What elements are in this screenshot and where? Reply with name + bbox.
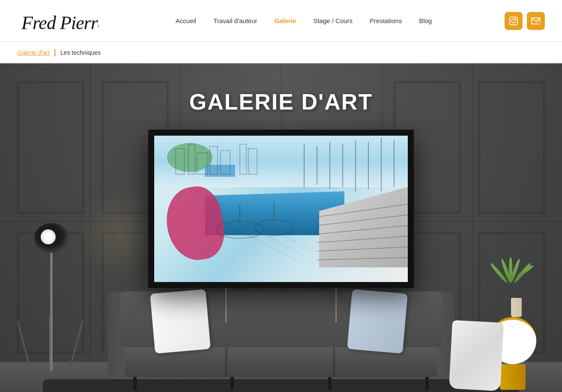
nav-item-galerie[interactable]: Galerie bbox=[275, 17, 296, 24]
breadcrumb: Galerie d'art | Les techniques bbox=[0, 42, 562, 63]
artwork-frame bbox=[148, 130, 414, 288]
side-table-stem bbox=[500, 364, 526, 390]
svg-rect-1 bbox=[510, 17, 517, 24]
nav-item-stage[interactable]: Stage / Cours bbox=[313, 17, 353, 24]
logo-text: Fred Pierrat bbox=[17, 19, 99, 37]
svg-rect-18 bbox=[210, 146, 218, 174]
artwork-inner bbox=[154, 136, 408, 282]
sofa-leg-1 bbox=[133, 377, 137, 390]
sofa-legs bbox=[120, 377, 442, 390]
nav-item-travail[interactable]: Travail d'auteur bbox=[213, 17, 257, 24]
floor-lamp bbox=[26, 223, 60, 371]
hero-title: GALERIE D'ART bbox=[0, 89, 562, 115]
svg-line-29 bbox=[317, 236, 408, 243]
throw-blanket bbox=[449, 320, 504, 391]
svg-line-26 bbox=[317, 204, 408, 217]
logo[interactable]: Fred Pierrat bbox=[17, 6, 103, 36]
svg-line-33 bbox=[188, 204, 296, 260]
svg-point-3 bbox=[515, 18, 517, 19]
main-nav: Accueil Travail d'auteur Galerie Stage /… bbox=[103, 17, 505, 24]
contact-button[interactable]: ✓ bbox=[527, 12, 545, 30]
pillow-white bbox=[150, 289, 211, 354]
svg-rect-21 bbox=[248, 148, 257, 174]
svg-rect-16 bbox=[188, 144, 195, 174]
svg-line-30 bbox=[317, 247, 408, 251]
instagram-button[interactable] bbox=[505, 12, 523, 30]
sofa-cushion-2 bbox=[229, 347, 335, 377]
svg-rect-19 bbox=[221, 151, 230, 174]
svg-rect-20 bbox=[240, 144, 246, 174]
nav-item-blog[interactable]: Blog bbox=[419, 17, 432, 24]
svg-text:✓: ✓ bbox=[537, 22, 539, 25]
svg-rect-15 bbox=[176, 148, 184, 174]
nav-item-prestations[interactable]: Prestations bbox=[370, 17, 402, 24]
sofa-leg-3 bbox=[328, 377, 332, 390]
svg-line-28 bbox=[317, 226, 408, 234]
plant-leaves bbox=[493, 257, 528, 300]
pillow-blue bbox=[347, 289, 408, 354]
svg-point-22 bbox=[216, 221, 263, 238]
breadcrumb-current: Les techniques bbox=[60, 49, 101, 56]
decorative-plant bbox=[505, 257, 528, 317]
sofa-leg-4 bbox=[425, 377, 429, 390]
svg-text:Fred Pierrat: Fred Pierrat bbox=[21, 12, 99, 33]
breadcrumb-parent-link[interactable]: Galerie d'art bbox=[17, 49, 50, 56]
stand-leg-left bbox=[225, 288, 227, 322]
lamp-head bbox=[34, 223, 69, 253]
svg-line-32 bbox=[197, 200, 304, 255]
lamp-base-middle bbox=[49, 315, 51, 371]
nav-item-accueil[interactable]: Accueil bbox=[176, 17, 196, 24]
svg-line-34 bbox=[206, 196, 313, 251]
svg-line-27 bbox=[317, 215, 408, 226]
svg-point-2 bbox=[511, 19, 515, 23]
plant-vase bbox=[511, 298, 522, 317]
stand-leg-right bbox=[335, 288, 337, 322]
hero-section: GALERIE D'ART bbox=[0, 63, 562, 392]
header: Fred Pierrat Accueil Travail d'auteur Ga… bbox=[0, 0, 562, 42]
sofa-leg-2 bbox=[230, 377, 234, 390]
header-icons: ✓ bbox=[505, 12, 545, 30]
svg-line-31 bbox=[317, 258, 408, 260]
svg-rect-17 bbox=[197, 153, 208, 174]
breadcrumb-divider: | bbox=[54, 48, 56, 57]
